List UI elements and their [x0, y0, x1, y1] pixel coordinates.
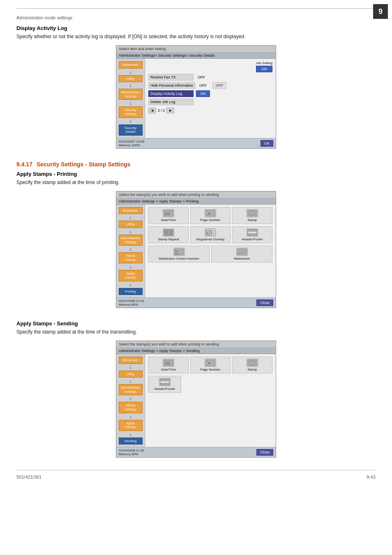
sc3-top-bar: Select the stamp(s) you wish to add when…	[116, 341, 276, 348]
sc3-stamp-headerfooter[interactable]: Header/Footer	[148, 376, 181, 393]
sc2-sidebar-utility[interactable]: Utility	[119, 221, 143, 228]
subsec1-heading: Apply Stamps - Printing	[16, 171, 376, 177]
screenshot-1: Select item and enter setting. Administr…	[116, 45, 276, 149]
value-box-hide-personal: OFF	[212, 82, 226, 89]
sidebar-btn-security-details[interactable]: Security Details	[119, 124, 143, 136]
stamp-watermark-icon: COPY	[236, 248, 248, 256]
sc2-close-button[interactable]: Close	[256, 299, 273, 306]
svg-text:P: P	[208, 362, 210, 365]
sc3-sidebar-bookmark[interactable]: Bookmark	[119, 357, 143, 364]
stamp-repeat-icon	[163, 228, 174, 237]
sc3-stamp-stamp-icon	[247, 359, 258, 367]
page-number-badge: 9	[373, 4, 388, 19]
svg-rect-10	[169, 233, 173, 236]
sc1-sidebar: Bookmark ↓ Utility ↓ Administrator Setti…	[116, 59, 145, 138]
svg-rect-5	[248, 210, 257, 216]
svg-text:P: P	[208, 212, 210, 216]
sc3-stamp-datetime-icon: DATE	[163, 359, 174, 367]
stamp-stamp[interactable]: Stamp	[232, 207, 272, 224]
sc3-stamp-pagenum-icon: P	[205, 359, 216, 367]
svg-rect-16	[248, 234, 257, 235]
sc3-sidebar-sending[interactable]: Sending	[119, 438, 143, 445]
sidebar-btn-bookmark[interactable]: Bookmark	[119, 61, 143, 69]
stamp-repeat-label: Stamp Repeat	[158, 237, 179, 241]
svg-text:A: A	[207, 232, 208, 235]
sc3-stamp-headerfooter-label: Header/Footer	[154, 387, 175, 391]
subsec2-body: Specify the stamp added at the time of t…	[16, 329, 376, 335]
label-hide-personal: Hide Personal Information	[148, 82, 195, 89]
sc3-footer-time: 02/24/2008 21:52 Memory 90%	[119, 449, 144, 456]
sc3-sidebar-stamp-settings[interactable]: Stamp Settings	[119, 402, 143, 413]
sc2-main: DATE Date/Time P Page Number	[145, 205, 276, 297]
sc3-stamp-datetime-label: Date/Time	[161, 368, 176, 371]
svg-rect-9	[164, 233, 168, 236]
sc2-sidebar-apply-stamps[interactable]: Apply Stamps	[119, 270, 143, 281]
sc2-stamps-row1: DATE Date/Time P Page Number	[148, 207, 272, 224]
stamp-headerfooter-icon	[247, 228, 258, 237]
svg-text:▲: ▲	[210, 230, 212, 233]
subsec1-body: Specify the stamp added at the time of p…	[16, 180, 376, 185]
sc3-stamp-pagenum[interactable]: P Page Number	[190, 357, 231, 373]
sc3-close-button[interactable]: Close	[256, 449, 273, 456]
stamp-datetime[interactable]: DATE Date/Time	[148, 207, 189, 224]
sidebar-btn-security-settings[interactable]: Security Settings	[119, 106, 143, 117]
sc2-sidebar-printing[interactable]: Printing	[119, 288, 143, 295]
section2-title: Security Settings - Stamp Settings	[37, 161, 131, 168]
sc3-stamp-headerfooter-icon	[159, 378, 171, 386]
stamp-distribution-label: Distribution Control Number	[159, 257, 199, 260]
stamp-overlay-icon: A▲	[205, 228, 216, 237]
subsec2-heading: Apply Stamps - Sending	[16, 320, 376, 327]
sc1-ok-button[interactable]: OK	[261, 140, 273, 147]
sc3-breadcrumb: Administrator Settings > Apply Stamps > …	[116, 348, 276, 354]
label-delete-job: Delete Job Log	[148, 99, 194, 105]
sc3-stamp-stamp-label: Stamp	[247, 368, 257, 371]
sc3-sidebar-apply-stamps[interactable]: Apply Stamps	[119, 420, 143, 431]
pag-text: 2 / 2	[158, 108, 165, 113]
footer-page: 9-43	[367, 474, 376, 479]
sc2-sidebar-stamp-settings[interactable]: Stamp Settings	[119, 252, 143, 263]
sc2-stamps-row3: 00010002 Distribution Control Number COP…	[148, 246, 272, 263]
row-delete-job: Delete Job Log	[148, 99, 272, 105]
pag-next[interactable]: ►	[166, 108, 174, 113]
stamp-pagenum-icon: P	[205, 209, 216, 217]
sidebar-btn-utility[interactable]: Utility	[119, 75, 143, 83]
stamp-datetime-icon: DATE	[163, 209, 174, 217]
stamp-pagenum[interactable]: P Page Number	[190, 207, 231, 224]
svg-text:DATE: DATE	[165, 362, 171, 365]
stamp-overlay[interactable]: A▲ Registered Overlay	[190, 226, 231, 243]
stamp-headerfooter-label: Header/Footer	[242, 237, 263, 241]
sc3-sidebar-admin[interactable]: Administrator Settings	[119, 384, 143, 395]
stamp-watermark-label: Watermark	[234, 257, 250, 260]
stamp-headerfooter[interactable]: Header/Footer	[232, 226, 272, 243]
section2-number: 9.4.17	[16, 161, 32, 168]
row-hide-personal: Hide Personal Information OFF OFF	[148, 82, 272, 89]
sc2-footer: 02/24/2008 21:51 Memory 90% Close	[116, 297, 276, 308]
svg-rect-15	[248, 230, 257, 231]
value-restrict-fax: OFF	[196, 74, 208, 80]
page-header-label: Administrator mode settings	[16, 15, 376, 20]
sidebar-btn-admin-settings[interactable]: Administrator Settings	[119, 89, 143, 100]
sc3-stamp-stamp[interactable]: Stamp	[232, 357, 272, 373]
stamp-distribution[interactable]: 00010002 Distribution Control Number	[148, 246, 210, 263]
pag-prev[interactable]: ◄	[148, 108, 156, 113]
stamp-repeat[interactable]: Stamp Repeat	[148, 226, 189, 243]
sc1-top-bar: Select item and enter setting.	[116, 46, 276, 53]
section1-heading: Display Activity Log	[16, 25, 376, 31]
sc2-sidebar: Bookmark ↓ Utility ↓ Administrator Setti…	[116, 205, 145, 297]
sc2-sidebar-bookmark[interactable]: Bookmark	[119, 207, 143, 214]
stamp-watermark[interactable]: COPY Watermark	[211, 246, 272, 263]
stamp-distribution-icon: 00010002	[173, 248, 185, 256]
svg-rect-30	[160, 379, 169, 381]
screenshot-3: Select the stamp(s) you wish to add when…	[116, 341, 276, 458]
footer-model: 501/421/361	[16, 474, 42, 479]
row-display-activity: Display Activity Log ON	[148, 90, 272, 97]
sc3-sidebar: Bookmark ↓ Utility ↓ Administrator Setti…	[116, 354, 145, 447]
sc3-stamp-datetime[interactable]: DATE Date/Time	[148, 357, 189, 373]
sc3-footer: 02/24/2008 21:52 Memory 90% Close	[116, 447, 276, 457]
sc2-sidebar-admin[interactable]: Administrator Settings	[119, 235, 143, 246]
stamp-overlay-label: Registered Overlay	[196, 237, 224, 241]
sc2-top-bar: Select the stamp(s) you wish to add when…	[116, 191, 276, 198]
label-display-activity: Display Activity Log	[148, 90, 194, 97]
sc3-sidebar-utility[interactable]: Utility	[119, 371, 143, 378]
sc1-footer: 04/22/2007 19:06 Memory 100% OK	[116, 138, 276, 148]
